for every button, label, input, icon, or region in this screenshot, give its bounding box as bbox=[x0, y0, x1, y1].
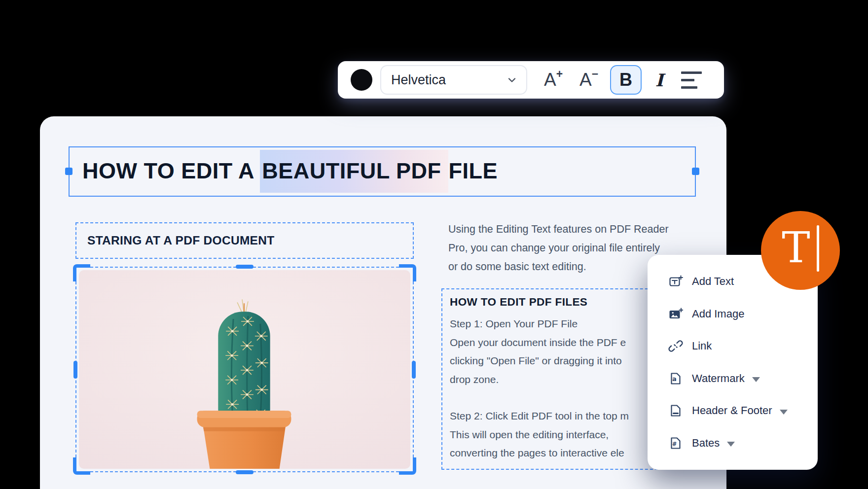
chevron-down-icon bbox=[780, 410, 788, 415]
menu-item-watermark[interactable]: a Watermark bbox=[648, 364, 818, 393]
cactus-illustration bbox=[79, 270, 410, 469]
selection-corner-handle[interactable] bbox=[73, 457, 90, 475]
svg-text:a: a bbox=[672, 375, 677, 383]
font-size-decrease-button[interactable]: A− bbox=[575, 65, 603, 95]
cactus-photo bbox=[79, 270, 410, 469]
document-title: HOW TO EDIT A BEAUTIFUL PDF FILE bbox=[82, 158, 498, 184]
menu-item-header-footer[interactable]: Header & Footer bbox=[648, 396, 818, 425]
text-tool-badge[interactable]: T bbox=[761, 211, 840, 290]
bates-icon: # bbox=[668, 436, 683, 451]
svg-text:#: # bbox=[672, 440, 677, 447]
font-size-increase-button[interactable]: A+ bbox=[539, 65, 568, 95]
font-size-letter: A bbox=[544, 65, 556, 95]
selection-corner-handle[interactable] bbox=[73, 264, 90, 281]
selection-edge-handle[interactable] bbox=[236, 470, 253, 474]
watermark-icon: a bbox=[668, 371, 683, 386]
selection-corner-handle[interactable] bbox=[399, 457, 416, 475]
resize-handle-right[interactable] bbox=[692, 168, 699, 175]
chevron-down-icon bbox=[727, 442, 735, 447]
title-text-box[interactable]: HOW TO EDIT A BEAUTIFUL PDF FILE bbox=[69, 146, 696, 197]
header-footer-icon bbox=[668, 403, 683, 418]
text-color-swatch[interactable] bbox=[351, 69, 372, 91]
selection-edge-handle[interactable] bbox=[412, 361, 416, 379]
format-toolbar: Helvetica A+ A− B I bbox=[338, 61, 724, 99]
add-text-icon bbox=[668, 274, 683, 289]
chevron-down-icon bbox=[506, 73, 518, 86]
selection-edge-handle[interactable] bbox=[236, 265, 253, 269]
highlighted-text: BEAUTIFUL PDF bbox=[260, 150, 448, 193]
chevron-down-icon bbox=[752, 377, 760, 382]
italic-button[interactable]: I bbox=[648, 65, 671, 95]
align-left-icon bbox=[681, 71, 702, 74]
align-left-button[interactable] bbox=[681, 65, 710, 95]
bold-button[interactable]: B bbox=[610, 65, 642, 95]
canvas-background: Helvetica A+ A− B I HOW TO EDIT A BEAUTI… bbox=[0, 0, 868, 489]
text-tool-icon: T bbox=[782, 226, 810, 269]
text-cursor-icon bbox=[817, 225, 819, 272]
menu-item-add-image[interactable]: Add Image bbox=[648, 299, 818, 329]
font-size-letter: A bbox=[579, 65, 592, 95]
section-heading: STARING AT A PDF DOCUMENT bbox=[87, 234, 275, 247]
section-heading-box[interactable]: STARING AT A PDF DOCUMENT bbox=[75, 222, 414, 259]
link-icon bbox=[668, 339, 683, 353]
image-selection-frame[interactable] bbox=[75, 267, 414, 472]
minus-sign: − bbox=[592, 65, 598, 83]
plus-sign: + bbox=[556, 65, 563, 83]
intro-paragraph[interactable]: Using the Editing Text features on PDF R… bbox=[448, 220, 669, 276]
pdf-page: HOW TO EDIT A BEAUTIFUL PDF FILE STARING… bbox=[40, 116, 726, 489]
menu-item-link[interactable]: Link bbox=[648, 331, 818, 361]
font-family-select[interactable]: Helvetica bbox=[380, 65, 527, 95]
selection-edge-handle[interactable] bbox=[73, 361, 77, 379]
add-image-icon bbox=[668, 307, 683, 321]
resize-handle-left[interactable] bbox=[65, 168, 72, 175]
selection-corner-handle[interactable] bbox=[399, 264, 416, 281]
font-family-value: Helvetica bbox=[391, 72, 446, 88]
menu-item-bates[interactable]: # Bates bbox=[648, 428, 818, 458]
